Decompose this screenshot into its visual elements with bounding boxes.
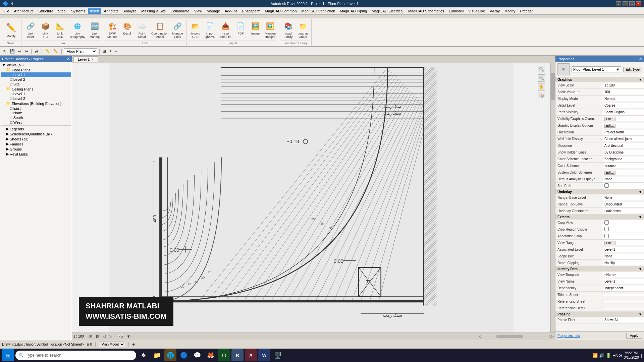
app6-btn[interactable]: ⬡: [218, 349, 230, 361]
nav-zoom-in[interactable]: 🔍: [538, 66, 545, 73]
menu-architecture[interactable]: Architecture: [12, 8, 36, 14]
canvas-tab-level1-close[interactable]: ✕: [91, 58, 94, 61]
menu-enscape[interactable]: Enscape™: [240, 8, 262, 14]
taskbar-clock[interactable]: 9:22 PM 3/10/2020: [624, 351, 639, 360]
properties-apply-btn[interactable]: Apply: [626, 333, 642, 339]
word-btn[interactable]: W: [258, 349, 270, 361]
menu-structure[interactable]: Structure: [36, 8, 55, 14]
ribbon-btn-link-revit[interactable]: 🔗 LinkRevit: [23, 20, 38, 40]
menu-magicad-electrical[interactable]: MagiCAD Electrical: [370, 8, 406, 14]
ribbon-btn-manage-images[interactable]: 🖼️ ManageImages: [263, 20, 278, 40]
prop-section-underlay[interactable]: Underlay ▼: [555, 189, 644, 194]
status-model-selector[interactable]: Main Model: [99, 342, 125, 347]
pb-item-groups[interactable]: ▶ Groups: [1, 146, 71, 152]
view-3d[interactable]: 🎲: [117, 334, 124, 339]
ribbon-btn-point-cloud[interactable]: ☁️ PointCloud: [135, 20, 149, 40]
scrollbar-thumb-v[interactable]: [551, 73, 555, 100]
sun-path-checkbox[interactable]: [604, 183, 609, 188]
pb-item-level2-fp[interactable]: □ Level 2: [1, 77, 71, 82]
ribbon-btn-coord-model[interactable]: 📋 CoordinationModel: [150, 20, 170, 40]
other-btn[interactable]: 🖥️: [272, 349, 284, 361]
ribbon-btn-import-cad[interactable]: 📂 ImportCAD: [189, 20, 203, 40]
pb-item-sheets[interactable]: ▶ Sheets (all): [1, 136, 71, 141]
revit-btn[interactable]: R: [231, 349, 244, 361]
ribbon-btn-insert-file[interactable]: 📥 Insertfrom File: [218, 20, 233, 40]
menu-magicad-piping[interactable]: MagiCAD Piping: [338, 8, 369, 14]
ribbon-btn-load-family[interactable]: 📚 LoadFamily: [281, 20, 295, 40]
prop-view-range[interactable]: View Range Edit...: [555, 240, 644, 246]
annotation-crop-checkbox[interactable]: [604, 234, 609, 238]
toolbar-annotate[interactable]: ✏️: [52, 49, 59, 54]
pb-item-ceiling-plans[interactable]: 📁 Ceiling Plans: [1, 86, 71, 92]
menu-precast[interactable]: Precast: [518, 8, 534, 14]
close-hidden[interactable]: 👁: [126, 334, 132, 339]
menu-annotate[interactable]: Annotate: [102, 8, 121, 14]
zoom-extent[interactable]: ⊞: [88, 334, 94, 339]
menu-magicad-common[interactable]: MagiCAD Common: [263, 8, 299, 14]
project-browser-content[interactable]: ▼ Views (all) 📁 Floor Plans □ Level 1 □ …: [0, 62, 72, 340]
scrollbar-h[interactable]: [483, 335, 550, 338]
gd-edit-btn[interactable]: Edit...: [604, 124, 615, 128]
prop-section-graphics[interactable]: Graphics ▼: [555, 77, 644, 82]
toolbar-zoom-fit[interactable]: ⊞: [102, 49, 107, 54]
prop-section-extents[interactable]: Extents ▼: [555, 215, 644, 220]
menu-visuallive[interactable]: VisualLive: [466, 8, 487, 14]
menu-view[interactable]: View: [192, 8, 204, 14]
toolbar-zoom-out[interactable]: −: [114, 49, 118, 54]
tray-network[interactable]: 📶: [592, 353, 598, 358]
menu-vray[interactable]: V-Ray: [488, 8, 502, 14]
toolbar-select[interactable]: ↖: [2, 49, 7, 54]
pb-item-legends[interactable]: ▶ Legends: [1, 126, 71, 131]
project-browser-close[interactable]: ✕: [67, 57, 70, 61]
drawing-canvas[interactable]: +0.18 0.00 0.00 480: [72, 63, 550, 333]
scroll-right[interactable]: ▷: [551, 335, 554, 338]
pb-item-level1-cp[interactable]: □ Level 1: [1, 92, 71, 96]
toolbar-print[interactable]: 🖨: [34, 49, 40, 54]
toolbar-measure[interactable]: 📏: [44, 49, 51, 54]
prop-section-phasing[interactable]: Phasing ▼: [555, 312, 644, 317]
ribbon-btn-dwf[interactable]: 🏗️ DWFMarkup: [105, 20, 119, 40]
properties-close[interactable]: ✕: [639, 57, 642, 61]
pb-item-site[interactable]: □ Site: [1, 82, 71, 86]
pb-item-north[interactable]: □ North: [1, 111, 71, 115]
pb-item-revit-links[interactable]: ▶ Revit Links: [1, 152, 71, 157]
tray-lang[interactable]: ENG: [612, 353, 622, 358]
scs-edit-btn[interactable]: Edit...: [604, 171, 615, 175]
pb-item-floor-plans[interactable]: 📁 Floor Plans: [1, 67, 71, 72]
zoom-next[interactable]: ▷: [108, 334, 113, 339]
ribbon-btn-import-gbxml[interactable]: 📄 ImportgbXML: [203, 20, 217, 40]
ribbon-btn-modify[interactable]: ✏️ Modify: [3, 20, 19, 39]
edge-btn[interactable]: 🔵: [178, 349, 190, 361]
ribbon-btn-link-ifc[interactable]: 📦 LinkIFC: [38, 20, 52, 40]
pb-item-level1-fp[interactable]: □ Level 1: [1, 72, 71, 77]
firefox-btn[interactable]: 🦊: [205, 349, 217, 361]
pb-item-views[interactable]: ▼ Views (all): [1, 63, 71, 67]
menu-magicad-schematics[interactable]: MagiCAD Schematics: [406, 8, 446, 14]
pb-item-east[interactable]: □ East: [1, 106, 71, 111]
task-view-btn[interactable]: ❖: [138, 349, 150, 361]
menu-massing[interactable]: Massing & Site: [139, 8, 168, 14]
menu-analyze[interactable]: Analyze: [121, 8, 139, 14]
toolbar-redo[interactable]: ↪: [24, 49, 29, 54]
toolbar-zoom-in[interactable]: +: [108, 49, 113, 54]
close-btn[interactable]: ✕: [636, 1, 641, 6]
crop-region-checkbox[interactable]: [604, 227, 609, 231]
canvas-viewport[interactable]: +0.18 0.00 0.00 480: [72, 63, 550, 333]
ribbon-btn-manage-links[interactable]: 🔗 ManageLinks: [170, 20, 185, 40]
zoom-select[interactable]: ⊟: [95, 334, 100, 339]
tray-battery[interactable]: 🔋: [606, 353, 611, 358]
ribbon-btn-link-topography[interactable]: 🌐 LinkTopography: [68, 20, 87, 40]
vg-edit-btn[interactable]: Edit...: [604, 117, 615, 121]
menu-file[interactable]: File: [1, 8, 11, 14]
maximize-btn[interactable]: □: [629, 1, 635, 6]
edit-type-button[interactable]: Edit Type: [623, 67, 642, 72]
prop-section-identity[interactable]: Identity Data ▼: [555, 266, 644, 272]
ribbon-btn-pdf[interactable]: 📄 PDF: [234, 20, 248, 37]
taskbar-search[interactable]: 🔍 Type here to search: [15, 351, 136, 360]
ribbon-btn-link-markup[interactable]: 🔤 LinkMarkup: [88, 20, 102, 40]
toolbar-undo[interactable]: ↩: [17, 49, 22, 54]
menu-magicad-ventilation[interactable]: MagiCAD Ventilation: [300, 8, 337, 14]
teams-btn[interactable]: 💬: [191, 349, 203, 361]
menu-lumion[interactable]: Lumion®: [447, 8, 466, 14]
ribbon-btn-decal[interactable]: 🎨 Decal: [120, 20, 134, 37]
